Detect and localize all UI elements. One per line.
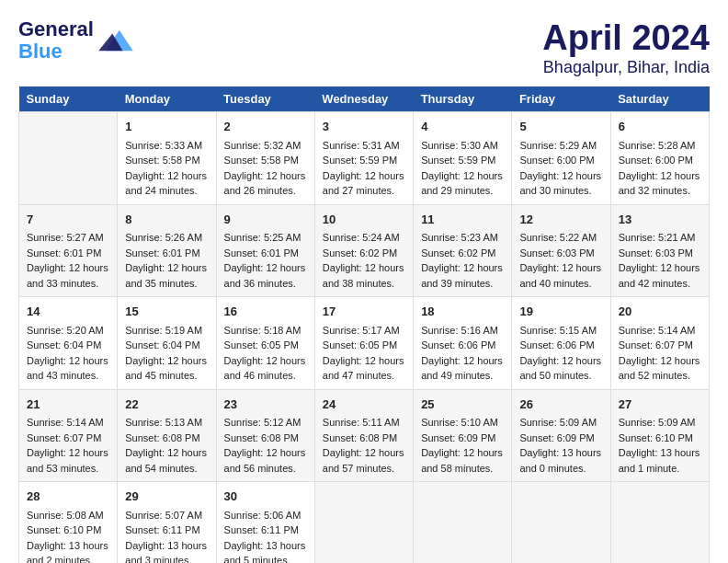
day-info: Sunset: 6:03 PM [519, 246, 602, 261]
day-number: 26 [519, 396, 602, 414]
day-info: and 52 minutes. [619, 368, 701, 384]
day-number: 3 [323, 118, 405, 136]
day-number: 18 [421, 303, 504, 321]
day-info: and 38 minutes. [323, 276, 405, 292]
calendar-cell: 26Sunrise: 5:09 AMSunset: 6:09 PMDayligh… [512, 389, 610, 482]
day-info: and 49 minutes. [421, 368, 504, 384]
day-number: 27 [619, 396, 701, 414]
day-info: and 50 minutes. [519, 368, 602, 384]
day-number: 13 [619, 211, 701, 229]
day-info: Sunrise: 5:20 AM [27, 323, 109, 339]
day-info: Sunrise: 5:27 AM [27, 230, 109, 246]
day-info: Daylight: 12 hours [224, 260, 307, 276]
calendar-cell: 18Sunrise: 5:16 AMSunset: 6:06 PMDayligh… [414, 297, 512, 390]
day-info: Daylight: 12 hours [323, 168, 405, 184]
day-info: Sunrise: 5:18 AM [224, 323, 307, 339]
day-number: 10 [323, 211, 405, 229]
day-info: Sunrise: 5:26 AM [125, 230, 208, 246]
day-info: Sunset: 6:00 PM [519, 153, 602, 168]
calendar-cell: 1Sunrise: 5:33 AMSunset: 5:58 PMDaylight… [118, 112, 216, 205]
day-info: Sunrise: 5:08 AM [27, 508, 109, 523]
day-info: Sunset: 6:02 PM [421, 246, 504, 261]
day-info: and 54 minutes. [125, 461, 208, 477]
calendar-cell: 8Sunrise: 5:26 AMSunset: 6:01 PMDaylight… [118, 204, 216, 297]
day-info: Daylight: 12 hours [619, 353, 701, 369]
day-info: and 0 minutes. [519, 461, 602, 477]
day-info: Daylight: 12 hours [27, 353, 109, 369]
day-info: Sunrise: 5:32 AM [224, 138, 307, 154]
day-info: Sunrise: 5:29 AM [519, 138, 602, 154]
weekday-header: Sunday [19, 86, 118, 112]
day-info: Sunset: 6:06 PM [519, 338, 602, 353]
day-info: Daylight: 12 hours [125, 445, 208, 461]
day-info: and 35 minutes. [125, 276, 208, 292]
calendar-cell: 25Sunrise: 5:10 AMSunset: 6:09 PMDayligh… [414, 389, 512, 482]
calendar-cell: 19Sunrise: 5:15 AMSunset: 6:06 PMDayligh… [512, 297, 610, 390]
calendar-cell [414, 482, 512, 564]
day-info: and 39 minutes. [421, 276, 504, 292]
day-info: Sunrise: 5:07 AM [125, 508, 208, 523]
calendar-cell: 30Sunrise: 5:06 AMSunset: 6:11 PMDayligh… [216, 482, 314, 564]
day-info: Sunset: 6:01 PM [125, 246, 208, 261]
calendar-cell: 2Sunrise: 5:32 AMSunset: 5:58 PMDaylight… [216, 112, 314, 205]
day-info: and 58 minutes. [421, 461, 504, 477]
calendar-cell [314, 482, 413, 564]
day-info: Daylight: 12 hours [323, 260, 405, 276]
weekday-header: Tuesday [216, 86, 314, 112]
day-info: Sunset: 6:08 PM [125, 431, 208, 446]
day-info: Sunset: 6:05 PM [224, 338, 307, 353]
day-info: and 3 minutes. [125, 553, 208, 563]
day-info: Daylight: 12 hours [224, 353, 307, 369]
day-info: Sunset: 6:09 PM [421, 431, 504, 446]
calendar-cell: 29Sunrise: 5:07 AMSunset: 6:11 PMDayligh… [118, 482, 216, 564]
day-info: Daylight: 12 hours [323, 353, 405, 369]
day-info: Daylight: 12 hours [619, 260, 701, 276]
day-info: Sunrise: 5:11 AM [323, 415, 405, 431]
day-info: Sunset: 6:09 PM [519, 431, 602, 446]
day-number: 5 [519, 118, 602, 136]
day-info: Daylight: 12 hours [519, 260, 602, 276]
day-info: Sunrise: 5:28 AM [619, 138, 701, 154]
day-info: and 43 minutes. [27, 368, 109, 384]
day-info: and 36 minutes. [224, 276, 307, 292]
day-info: and 27 minutes. [323, 183, 405, 199]
calendar-cell: 23Sunrise: 5:12 AMSunset: 6:08 PMDayligh… [216, 389, 314, 482]
calendar-cell: 16Sunrise: 5:18 AMSunset: 6:05 PMDayligh… [216, 297, 314, 390]
calendar-cell [512, 482, 610, 564]
day-info: and 53 minutes. [27, 461, 109, 477]
day-info: Sunrise: 5:21 AM [619, 230, 701, 246]
day-info: Daylight: 12 hours [519, 353, 602, 369]
calendar-cell: 10Sunrise: 5:24 AMSunset: 6:02 PMDayligh… [314, 204, 413, 297]
calendar-cell: 24Sunrise: 5:11 AMSunset: 6:08 PMDayligh… [314, 389, 413, 482]
day-info: and 5 minutes. [224, 553, 307, 563]
day-number: 6 [619, 118, 701, 136]
weekday-header: Monday [118, 86, 216, 112]
day-number: 17 [323, 303, 405, 321]
day-info: Sunrise: 5:24 AM [323, 230, 405, 246]
day-info: Sunrise: 5:09 AM [519, 415, 602, 431]
day-info: and 46 minutes. [224, 368, 307, 384]
calendar-cell: 13Sunrise: 5:21 AMSunset: 6:03 PMDayligh… [610, 204, 709, 297]
day-info: Sunset: 6:00 PM [619, 153, 701, 168]
day-info: Sunrise: 5:16 AM [421, 323, 504, 339]
calendar-cell: 4Sunrise: 5:30 AMSunset: 5:59 PMDaylight… [414, 112, 512, 205]
weekday-header: Wednesday [314, 86, 413, 112]
day-number: 23 [224, 396, 307, 414]
day-number: 29 [125, 488, 208, 506]
calendar-cell: 17Sunrise: 5:17 AMSunset: 6:05 PMDayligh… [314, 297, 413, 390]
day-info: and 40 minutes. [519, 276, 602, 292]
day-info: Sunset: 6:01 PM [27, 246, 109, 261]
day-number: 2 [224, 118, 307, 136]
day-info: Sunset: 6:11 PM [224, 523, 307, 538]
weekday-header: Saturday [610, 86, 709, 112]
logo: GeneralBlue [18, 18, 134, 63]
day-number: 14 [27, 303, 109, 321]
day-info: and 29 minutes. [421, 183, 504, 199]
day-info: Sunrise: 5:15 AM [519, 323, 602, 339]
day-info: Sunset: 5:59 PM [323, 153, 405, 168]
day-number: 4 [421, 118, 504, 136]
day-info: Sunset: 6:07 PM [27, 431, 109, 446]
day-info: and 24 minutes. [125, 183, 208, 199]
logo-icon [97, 27, 134, 54]
day-info: Daylight: 12 hours [224, 168, 307, 184]
